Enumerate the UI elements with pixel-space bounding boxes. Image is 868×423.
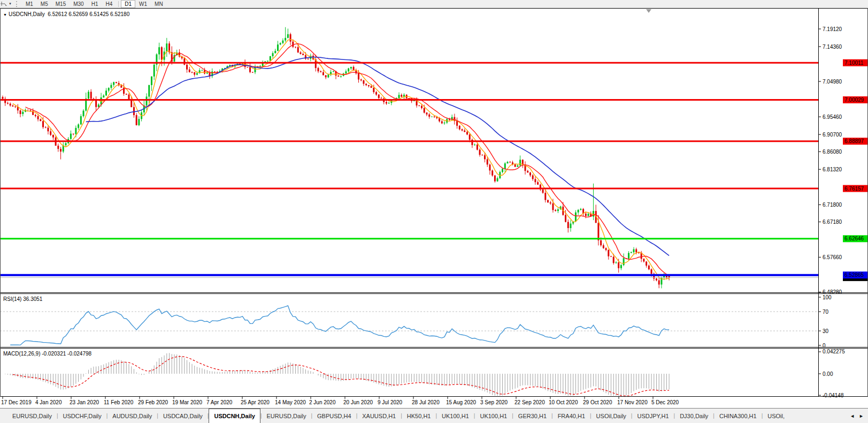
chart-tab-bar: EURUSD,Daily|USDCHF,Daily|AUDUSD,Daily|U… xyxy=(0,408,868,423)
rsi-tick-label: 70 xyxy=(823,309,829,315)
price-tick-label: 7.19120 xyxy=(823,26,842,32)
level-price-label: 6.76157 xyxy=(844,186,864,192)
date-tick-label: 28 Jul 2020 xyxy=(412,399,440,405)
chart-tab-eurusd-daily[interactable]: EURUSD,Daily xyxy=(262,409,311,423)
level-price-label: 7.10011 xyxy=(844,60,864,66)
level-price-label: 6.88897 xyxy=(844,138,864,144)
timeframe-button-h1[interactable]: H1 xyxy=(88,0,102,8)
date-tick-label: 19 Mar 2020 xyxy=(172,399,203,405)
date-tick-label: 20 Jun 2020 xyxy=(343,399,373,405)
price-tick-label: 6.57660 xyxy=(823,254,842,260)
tab-scroll-left-icon[interactable]: ◄ xyxy=(850,413,855,419)
mt4-window: ▼ M1M5M15M30H1H4D1W1MN 7.191207.143607.0… xyxy=(0,0,868,423)
timeframe-button-m15[interactable]: M15 xyxy=(52,0,70,8)
timeframe-button-w1[interactable]: W1 xyxy=(135,0,151,8)
chart-tab-uk100-h1[interactable]: UK100,H1 xyxy=(437,409,474,423)
price-tick-label: 6.67180 xyxy=(823,219,842,225)
date-tick-label: 22 Sep 2020 xyxy=(514,399,545,405)
date-tick-label: 29 Oct 2020 xyxy=(583,399,612,405)
level-price-label: 6.52865 xyxy=(844,272,864,278)
chart-canvas[interactable]: 7.191207.143607.049806.954606.907006.860… xyxy=(0,8,868,408)
date-tick-label: 9 Jul 2020 xyxy=(378,399,403,405)
chart-tab-uk100-h1[interactable]: UK100,H1 xyxy=(475,409,512,423)
rsi-tick-label: 30 xyxy=(823,328,829,334)
macd-tick-label: 0.00 xyxy=(823,371,833,377)
date-tick-label: 5 Dec 2020 xyxy=(651,399,679,405)
chart-tab-usdcnh-daily[interactable]: USDCNH,Daily xyxy=(209,409,260,423)
chart-tab-fra40-h1[interactable]: FRA40,H1 xyxy=(553,409,590,423)
rsi-pane[interactable] xyxy=(0,294,818,347)
price-tick-label: 6.86080 xyxy=(823,149,842,155)
toolbar-separator xyxy=(118,1,119,7)
chart-tab-xauusd-h1[interactable]: XAUUSD,H1 xyxy=(357,409,401,423)
timeframe-button-d1[interactable]: D1 xyxy=(121,0,135,8)
cursor-tool-button[interactable]: ▼ xyxy=(0,1,14,7)
chart-tab-gbpusd-h4[interactable]: GBPUSD,H4 xyxy=(312,409,356,423)
date-tick-label: 14 May 2020 xyxy=(275,399,306,405)
timeframe-button-h4[interactable]: H4 xyxy=(102,0,116,8)
date-tick-label: 17 Nov 2020 xyxy=(617,399,648,405)
timeframe-button-m1[interactable]: M1 xyxy=(22,0,37,8)
chart-tab-ger30-h1[interactable]: GER30,H1 xyxy=(513,409,551,423)
price-tick-label: 6.81320 xyxy=(823,167,842,172)
toolbar: ▼ M1M5M15M30H1H4D1W1MN xyxy=(0,0,868,8)
date-tick-label: 17 Dec 2019 xyxy=(1,399,32,405)
dropdown-caret-icon: ▼ xyxy=(9,1,12,7)
chart-tab-usdcad-daily[interactable]: USDCAD,Daily xyxy=(158,409,208,423)
date-tick-label: 3 Sep 2020 xyxy=(480,399,508,405)
timeframe-buttons: M1M5M15M30H1H4D1W1MN xyxy=(22,0,167,8)
date-tick-label: 11 Feb 2020 xyxy=(104,399,134,405)
timeframe-button-m5[interactable]: M5 xyxy=(37,0,52,8)
tab-scroll-right-icon[interactable]: ► xyxy=(859,413,864,419)
date-tick-label: 7 Apr 2020 xyxy=(206,399,233,405)
crosshair-cursor-icon xyxy=(1,1,7,7)
chart-tab-usdchf-daily[interactable]: USDCHF,Daily xyxy=(58,409,106,423)
rsi-tick-label: 100 xyxy=(823,294,832,300)
date-tick-label: 15 Aug 2020 xyxy=(446,399,477,405)
date-tick-label: 23 Jan 2020 xyxy=(70,399,99,405)
price-tick-label: 6.90700 xyxy=(823,132,842,138)
price-tick-label: 6.95460 xyxy=(823,114,842,120)
main-chart-pane[interactable] xyxy=(0,9,818,292)
timeframe-button-m30[interactable]: M30 xyxy=(70,0,87,8)
chart-tab-eurusd-daily[interactable]: EURUSD,Daily xyxy=(7,409,57,423)
date-tick-label: 4 Jan 2020 xyxy=(35,399,62,405)
price-tick-label: 7.14360 xyxy=(823,44,842,50)
level-price-label: 6.62646 xyxy=(844,236,864,241)
chart-tab-usoil-daily[interactable]: USOil,Daily xyxy=(592,409,631,423)
chart-tab-china300-h1[interactable]: CHINA300,H1 xyxy=(715,409,762,423)
date-tick-label: 25 Apr 2020 xyxy=(241,399,270,405)
timeframe-button-mn[interactable]: MN xyxy=(151,0,167,8)
macd-pane[interactable] xyxy=(0,349,818,396)
date-tick-label: 2 Jun 2020 xyxy=(309,399,336,405)
price-tick-label: 7.04980 xyxy=(823,79,842,85)
date-tick-label: 10 Oct 2020 xyxy=(549,399,578,405)
chart-tab-usoil-[interactable]: USOil, xyxy=(763,409,789,423)
toolbar-grip-icon xyxy=(16,1,19,7)
chart-tab-dj30-daily[interactable]: DJ30,Daily xyxy=(675,409,713,423)
chart-tab-hk50-h1[interactable]: HK50,H1 xyxy=(402,409,436,423)
date-tick-label: 29 Feb 2020 xyxy=(138,399,168,405)
macd-tick-label: -0.04148 xyxy=(823,392,844,398)
chart-tab-audusd-daily[interactable]: AUDUSD,Daily xyxy=(107,409,157,423)
chart-tab-usdjpy-h1[interactable]: USDJPY,H1 xyxy=(632,409,673,423)
price-tick-label: 6.71800 xyxy=(823,202,842,208)
level-price-label: 7.00029 xyxy=(844,97,864,103)
macd-tick-label: 0.042275 xyxy=(823,349,845,354)
tab-scroll-controls: ◄► xyxy=(846,409,868,423)
